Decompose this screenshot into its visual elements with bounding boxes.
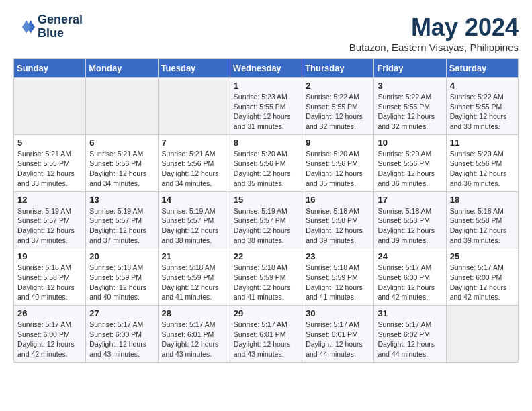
day-info: Sunrise: 5:18 AMSunset: 5:59 PMDaylight:…: [89, 263, 154, 302]
calendar-cell: 8Sunrise: 5:20 AMSunset: 5:56 PMDaylight…: [230, 134, 302, 191]
day-info: Sunrise: 5:21 AMSunset: 5:56 PMDaylight:…: [89, 149, 154, 189]
calendar-cell: [158, 78, 230, 135]
day-info: Sunrise: 5:22 AMSunset: 5:55 PMDaylight:…: [450, 92, 515, 132]
day-info: Sunrise: 5:17 AMSunset: 6:01 PMDaylight:…: [234, 320, 298, 359]
calendar-cell: 17Sunrise: 5:18 AMSunset: 5:58 PMDayligh…: [374, 191, 446, 248]
weekday-header: Wednesday: [230, 59, 302, 78]
day-info: Sunrise: 5:20 AMSunset: 5:56 PMDaylight:…: [450, 149, 515, 189]
calendar-cell: 10Sunrise: 5:20 AMSunset: 5:56 PMDayligh…: [374, 134, 446, 191]
day-number: 10: [378, 138, 442, 148]
day-number: 7: [162, 138, 226, 148]
logo-text: General Blue: [38, 13, 83, 40]
calendar-cell: 9Sunrise: 5:20 AMSunset: 5:56 PMDaylight…: [302, 134, 374, 191]
day-number: 25: [450, 251, 515, 261]
logo-icon: [13, 16, 35, 38]
day-info: Sunrise: 5:17 AMSunset: 6:00 PMDaylight:…: [17, 320, 82, 359]
day-number: 21: [162, 251, 226, 261]
calendar-cell: 4Sunrise: 5:22 AMSunset: 5:55 PMDaylight…: [446, 78, 518, 135]
title-block: May 2024 Butazon, Eastern Visayas, Phili…: [349, 13, 519, 53]
calendar-table: SundayMondayTuesdayWednesdayThursdayFrid…: [13, 58, 519, 363]
calendar-cell: [86, 78, 158, 135]
calendar-cell: 12Sunrise: 5:19 AMSunset: 5:57 PMDayligh…: [14, 191, 86, 248]
calendar-cell: 11Sunrise: 5:20 AMSunset: 5:56 PMDayligh…: [446, 134, 518, 191]
day-info: Sunrise: 5:18 AMSunset: 5:58 PMDaylight:…: [17, 263, 82, 302]
day-info: Sunrise: 5:17 AMSunset: 6:01 PMDaylight:…: [306, 320, 370, 359]
day-info: Sunrise: 5:22 AMSunset: 5:55 PMDaylight:…: [378, 92, 442, 132]
day-number: 3: [378, 81, 442, 91]
day-number: 12: [17, 195, 82, 205]
calendar-cell: [14, 78, 86, 135]
calendar-cell: 31Sunrise: 5:17 AMSunset: 6:02 PMDayligh…: [374, 306, 446, 363]
calendar-cell: 21Sunrise: 5:18 AMSunset: 5:59 PMDayligh…: [158, 248, 230, 306]
weekday-header: Friday: [374, 59, 446, 78]
calendar-cell: 23Sunrise: 5:18 AMSunset: 5:59 PMDayligh…: [302, 248, 374, 306]
day-number: 16: [306, 195, 370, 205]
day-info: Sunrise: 5:17 AMSunset: 6:00 PMDaylight:…: [378, 263, 442, 302]
page-header: General Blue May 2024 Butazon, Eastern V…: [13, 13, 519, 53]
month-title: May 2024: [349, 13, 519, 42]
day-number: 2: [306, 81, 370, 91]
day-info: Sunrise: 5:20 AMSunset: 5:56 PMDaylight:…: [234, 149, 298, 189]
weekday-header: Tuesday: [158, 59, 230, 78]
day-info: Sunrise: 5:17 AMSunset: 6:02 PMDaylight:…: [378, 320, 442, 359]
calendar-cell: 18Sunrise: 5:18 AMSunset: 5:58 PMDayligh…: [446, 191, 518, 248]
day-info: Sunrise: 5:17 AMSunset: 6:00 PMDaylight:…: [89, 320, 154, 359]
day-number: 9: [306, 138, 370, 148]
calendar-cell: 26Sunrise: 5:17 AMSunset: 6:00 PMDayligh…: [14, 306, 86, 363]
calendar-cell: 5Sunrise: 5:21 AMSunset: 5:55 PMDaylight…: [14, 134, 86, 191]
day-info: Sunrise: 5:20 AMSunset: 5:56 PMDaylight:…: [378, 149, 442, 189]
location: Butazon, Eastern Visayas, Philippines: [349, 42, 519, 53]
calendar-cell: 15Sunrise: 5:19 AMSunset: 5:57 PMDayligh…: [230, 191, 302, 248]
calendar-cell: 27Sunrise: 5:17 AMSunset: 6:00 PMDayligh…: [86, 306, 158, 363]
day-number: 18: [450, 195, 515, 205]
day-number: 6: [89, 138, 154, 148]
day-number: 5: [17, 138, 82, 148]
calendar-cell: 7Sunrise: 5:21 AMSunset: 5:56 PMDaylight…: [158, 134, 230, 191]
day-number: 28: [162, 308, 226, 318]
day-info: Sunrise: 5:17 AMSunset: 6:01 PMDaylight:…: [162, 320, 226, 359]
day-info: Sunrise: 5:18 AMSunset: 5:58 PMDaylight:…: [378, 206, 442, 246]
weekday-header: Saturday: [446, 59, 518, 78]
calendar-cell: 6Sunrise: 5:21 AMSunset: 5:56 PMDaylight…: [86, 134, 158, 191]
day-number: 29: [234, 308, 298, 318]
day-info: Sunrise: 5:18 AMSunset: 5:59 PMDaylight:…: [234, 263, 298, 302]
calendar-cell: 24Sunrise: 5:17 AMSunset: 6:00 PMDayligh…: [374, 248, 446, 306]
calendar-cell: [446, 306, 518, 363]
day-number: 24: [378, 251, 442, 261]
day-number: 23: [306, 251, 370, 261]
day-info: Sunrise: 5:19 AMSunset: 5:57 PMDaylight:…: [89, 206, 154, 246]
day-info: Sunrise: 5:22 AMSunset: 5:55 PMDaylight:…: [306, 92, 370, 132]
day-info: Sunrise: 5:17 AMSunset: 6:00 PMDaylight:…: [450, 263, 515, 302]
day-number: 19: [17, 251, 82, 261]
calendar-cell: 13Sunrise: 5:19 AMSunset: 5:57 PMDayligh…: [86, 191, 158, 248]
calendar-cell: 28Sunrise: 5:17 AMSunset: 6:01 PMDayligh…: [158, 306, 230, 363]
day-number: 15: [234, 195, 298, 205]
calendar-cell: 20Sunrise: 5:18 AMSunset: 5:59 PMDayligh…: [86, 248, 158, 306]
calendar-cell: 25Sunrise: 5:17 AMSunset: 6:00 PMDayligh…: [446, 248, 518, 306]
day-info: Sunrise: 5:23 AMSunset: 5:55 PMDaylight:…: [234, 92, 298, 132]
day-info: Sunrise: 5:21 AMSunset: 5:56 PMDaylight:…: [162, 149, 226, 189]
day-number: 8: [234, 138, 298, 148]
day-number: 11: [450, 138, 515, 148]
calendar-cell: 16Sunrise: 5:18 AMSunset: 5:58 PMDayligh…: [302, 191, 374, 248]
day-info: Sunrise: 5:18 AMSunset: 5:59 PMDaylight:…: [162, 263, 226, 302]
day-info: Sunrise: 5:19 AMSunset: 5:57 PMDaylight:…: [234, 206, 298, 246]
calendar-cell: 19Sunrise: 5:18 AMSunset: 5:58 PMDayligh…: [14, 248, 86, 306]
calendar-cell: 30Sunrise: 5:17 AMSunset: 6:01 PMDayligh…: [302, 306, 374, 363]
weekday-header: Sunday: [14, 59, 86, 78]
calendar-cell: 1Sunrise: 5:23 AMSunset: 5:55 PMDaylight…: [230, 78, 302, 135]
calendar-cell: 14Sunrise: 5:19 AMSunset: 5:57 PMDayligh…: [158, 191, 230, 248]
day-number: 4: [450, 81, 515, 91]
day-info: Sunrise: 5:19 AMSunset: 5:57 PMDaylight:…: [17, 206, 82, 246]
day-number: 13: [89, 195, 154, 205]
calendar-cell: 22Sunrise: 5:18 AMSunset: 5:59 PMDayligh…: [230, 248, 302, 306]
day-number: 27: [89, 308, 154, 318]
day-number: 31: [378, 308, 442, 318]
calendar-cell: 3Sunrise: 5:22 AMSunset: 5:55 PMDaylight…: [374, 78, 446, 135]
day-number: 14: [162, 195, 226, 205]
day-number: 20: [89, 251, 154, 261]
day-number: 26: [17, 308, 82, 318]
day-info: Sunrise: 5:18 AMSunset: 5:59 PMDaylight:…: [306, 263, 370, 302]
day-info: Sunrise: 5:20 AMSunset: 5:56 PMDaylight:…: [306, 149, 370, 189]
day-number: 1: [234, 81, 298, 91]
